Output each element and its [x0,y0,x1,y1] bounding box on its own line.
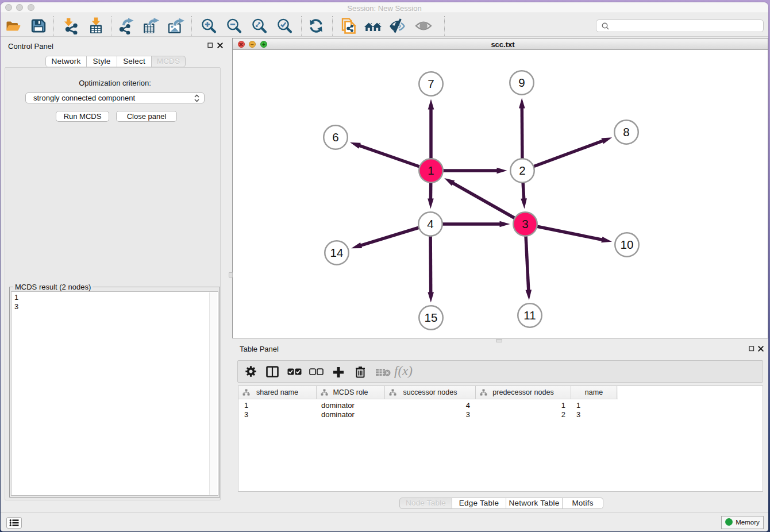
svg-text:4: 4 [427,217,433,230]
svg-text:6: 6 [332,130,338,144]
svg-text:3: 3 [522,217,528,230]
svg-text:1: 1 [428,164,434,177]
svg-text:10: 10 [621,238,634,251]
svg-text:2: 2 [519,164,525,177]
svg-text:14: 14 [330,246,344,259]
svg-text:11: 11 [523,309,536,322]
svg-text:8: 8 [623,125,629,138]
svg-text:9: 9 [518,76,525,89]
svg-text:15: 15 [425,311,438,324]
svg-text:7: 7 [428,77,434,90]
